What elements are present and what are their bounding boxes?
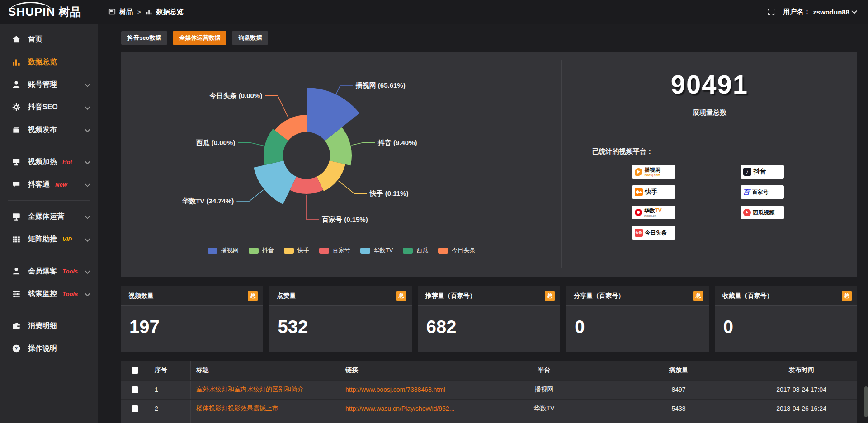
svg-text:?: ? (15, 346, 18, 351)
platform-badge-boosj: 播视网boosj.com (632, 165, 675, 179)
fullscreen-icon[interactable] (768, 8, 775, 15)
logo-text-en: SHUPIN (8, 6, 55, 18)
cell-plays: 8497 (612, 381, 745, 399)
stat-value: 0 (566, 306, 708, 337)
col-header-title: 标题 (191, 361, 340, 380)
impressions-total-value: 90491 (671, 69, 748, 99)
overview-panel: 播视网 (65.61%)抖音 (9.40%)快手 (0.11%)百家号 (0.1… (121, 52, 857, 277)
stat-card-favorites: 收藏量（百家号）总 0 (715, 286, 857, 352)
total-badge: 总 (396, 291, 406, 301)
tab-omnimedia-data[interactable]: 全媒体运营数据 (173, 31, 226, 45)
user-menu[interactable]: 用户名：zswodun88 (783, 8, 856, 16)
total-badge: 总 (248, 291, 258, 301)
legend-item-1[interactable]: 播视网 (208, 246, 239, 254)
tab-inquiry-data[interactable]: 询盘数据 (232, 31, 268, 45)
row-checkbox[interactable] (132, 386, 138, 393)
app-logo: SHUPIN 树品 (0, 6, 98, 18)
logo-text-cn: 树品 (58, 6, 81, 18)
sidebar-item-data-overview[interactable]: 数据总览 (0, 51, 98, 73)
legend-item-7[interactable]: 今日头条 (438, 246, 475, 254)
sidebar-item-douketong[interactable]: 抖客通 New (0, 173, 98, 196)
tab-douyin-seo-data[interactable]: 抖音seo数据 (121, 31, 167, 45)
legend-swatch (438, 248, 448, 254)
sidebar-item-video-publish[interactable]: 视频发布 (0, 118, 98, 141)
pie-label: 抖音 (9.40%) (377, 139, 417, 146)
chevron-down-icon (85, 159, 90, 164)
pie-leader-line (236, 190, 263, 201)
screen-icon (12, 157, 21, 166)
video-url-link[interactable]: http://www.wasu.cn/Play/show/id/952... (345, 405, 454, 412)
sidebar-item-video-heat[interactable]: 视频加热 Hot (0, 150, 98, 173)
cell-plays: 5438 (612, 400, 745, 418)
sidebar-item-member-tools[interactable]: 会员爆客 Tools (0, 260, 98, 282)
cell-no: 1 (149, 381, 191, 399)
video-url-link[interactable]: http://www.boosj.com/7338468.html (345, 386, 445, 393)
col-header-no: 序号 (149, 361, 191, 380)
pie-label: 播视网 (65.61%) (355, 81, 406, 89)
pie-leader-line (265, 96, 288, 118)
pie-label: 华数TV (24.74%) (182, 197, 234, 205)
stat-card-likes: 点赞量总 532 (269, 286, 411, 352)
video-title-link[interactable]: 室外水纹灯和室内水纹灯的区别和简介 (196, 385, 304, 394)
legend-label: 华数TV (374, 246, 393, 254)
legend-item-5[interactable]: 华数TV (360, 246, 393, 254)
tools-badge: Tools (62, 268, 78, 275)
pie-slice-5[interactable] (254, 161, 296, 205)
sidebar-divider (8, 200, 90, 201)
legend-swatch (284, 248, 294, 254)
scrollbar-thumb[interactable] (864, 386, 868, 417)
chart-legend: 播视网抖音快手百家号华数TV西瓜今日头条 (208, 246, 476, 254)
platform-badge-douyin: ♪ 抖音 (741, 165, 784, 179)
xigua-logo-icon (743, 209, 751, 216)
col-header-platform: 平台 (476, 361, 612, 380)
sidebar-item-lead-monitor[interactable]: 线索监控 Tools (0, 282, 98, 305)
stat-value: 0 (715, 306, 857, 337)
platform-badges: 播视网boosj.com 快手 华数TVwasu.cn 头条 今日头条 (632, 165, 827, 240)
bar-chart-icon (146, 8, 153, 15)
pie-leader-line (336, 85, 353, 94)
row-checkbox[interactable] (132, 405, 138, 412)
data-tabs: 抖音seo数据 全媒体运营数据 询盘数据 (121, 31, 857, 45)
wasu-logo-icon (635, 209, 642, 216)
breadcrumb-app[interactable]: 树品 (119, 8, 133, 16)
breadcrumb-page: 数据总览 (156, 8, 184, 16)
pie-leader-line (351, 143, 375, 146)
col-header-link: 链接 (340, 361, 476, 380)
table-row-clipped (121, 418, 857, 423)
baijiahao-logo-icon: 百 (743, 188, 750, 197)
sidebar-item-accounts[interactable]: 账号管理 (0, 73, 98, 96)
stat-card-shares: 分享量（百家号）总 0 (566, 286, 708, 352)
gear-icon (12, 103, 21, 112)
stat-card-video-count: 视频数量总 197 (121, 286, 263, 352)
video-title-link[interactable]: 楼体投影灯投影效果震撼上市 (196, 404, 278, 413)
sidebar-item-help[interactable]: ? 操作说明 (0, 337, 98, 360)
impressions-total-label: 展现量总数 (693, 108, 726, 117)
videos-table: 序号 标题 链接 平台 播放量 发布时间 1 室外水纹灯和室内水纹灯的区别和简介… (121, 361, 857, 423)
sidebar-item-matrix-boost[interactable]: 矩阵助推 VIP (0, 228, 98, 250)
legend-item-6[interactable]: 西瓜 (403, 246, 428, 254)
platform-badge-kuaishou: 快手 (632, 185, 675, 199)
top-bar: SHUPIN 树品 树品 > 数据总览 用户名：zswodun88 (0, 0, 868, 24)
legend-item-3[interactable]: 快手 (284, 246, 309, 254)
sidebar-item-home[interactable]: 首页 (0, 28, 98, 51)
sliders-icon (12, 289, 21, 298)
sidebar-item-spend-details[interactable]: 消费明细 (0, 315, 98, 337)
chevron-down-icon (851, 8, 857, 14)
wallet-icon (12, 321, 21, 330)
sidebar-item-omnimedia[interactable]: 全媒体运营 (0, 205, 98, 228)
sidebar-item-douyin-seo[interactable]: 抖音SEO (0, 96, 98, 118)
cell-platform: 播视网 (476, 381, 612, 399)
legend-item-4[interactable]: 百家号 (319, 246, 350, 254)
select-all-checkbox[interactable] (132, 367, 138, 374)
rose-chart-area[interactable]: 播视网 (65.61%)抖音 (9.40%)快手 (0.11%)百家号 (0.1… (121, 52, 561, 277)
legend-swatch (208, 248, 217, 254)
platform-badge-toutiao: 头条 今日头条 (632, 226, 675, 240)
app-window-icon (108, 8, 116, 15)
username-label: 用户名： (783, 8, 810, 16)
bar-chart-icon (12, 57, 21, 66)
rose-pie-chart[interactable]: 播视网 (65.61%)抖音 (9.40%)快手 (0.11%)百家号 (0.1… (121, 62, 561, 244)
stat-card-recommends: 推荐量（百家号）总 682 (418, 286, 560, 352)
pie-slice-1[interactable] (307, 88, 359, 141)
question-circle-icon: ? (12, 344, 21, 353)
legend-item-2[interactable]: 抖音 (249, 246, 274, 254)
